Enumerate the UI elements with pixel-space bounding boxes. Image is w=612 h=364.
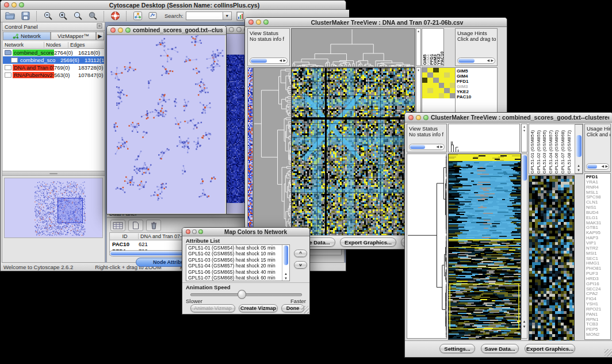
tv1-status-hscrollbar[interactable]: ◀▶ bbox=[250, 58, 288, 64]
dialog-titlebar[interactable]: Map Colors to Network bbox=[182, 228, 309, 236]
tv2-heatmap-canvas[interactable] bbox=[448, 154, 521, 340]
tab-overflow-arrow[interactable]: ▶ bbox=[96, 32, 104, 40]
zoom-selected-button[interactable] bbox=[86, 10, 99, 22]
speed-slider-thumb[interactable] bbox=[238, 290, 246, 299]
tv2-gene-dendrogram-area[interactable] bbox=[407, 154, 447, 339]
gene-label[interactable]: GIM4 bbox=[456, 74, 497, 79]
close-button[interactable] bbox=[4, 2, 9, 7]
close-button[interactable] bbox=[186, 229, 190, 234]
minimize-button[interactable] bbox=[12, 2, 17, 7]
search-input[interactable]: ▼ bbox=[186, 12, 232, 20]
gene-label[interactable]: GIM5 bbox=[456, 68, 497, 74]
export-graphics-button[interactable]: Export Graphics... bbox=[340, 237, 396, 247]
tv1-gene-dendrogram[interactable] bbox=[253, 67, 292, 236]
col-edges[interactable]: Edges bbox=[68, 42, 104, 48]
tv2-usage-hscrollbar[interactable]: ◀▶ bbox=[586, 163, 609, 170]
export-graphics-button[interactable]: Export Graphics... bbox=[525, 344, 575, 353]
zoom-fit-button[interactable] bbox=[71, 10, 84, 22]
maximize-button[interactable] bbox=[125, 28, 131, 33]
tv2-column-scrollbar[interactable]: ▲▼ bbox=[575, 124, 583, 174]
close-button[interactable] bbox=[229, 27, 234, 32]
tv2-column-dendrogram-area[interactable] bbox=[448, 124, 520, 152]
col-id[interactable]: ID bbox=[110, 233, 139, 239]
network-tree-row[interactable]: combined_scores 2764(0) 16218(0) bbox=[3, 49, 104, 56]
close-button[interactable] bbox=[248, 20, 254, 25]
create-vizmap-button[interactable]: Create Vizmap bbox=[239, 304, 278, 312]
tab-vizmapper[interactable]: VizMapper™ bbox=[51, 32, 96, 40]
new-attribute-icon[interactable] bbox=[128, 220, 143, 231]
maximize-button[interactable] bbox=[19, 2, 24, 7]
column-label[interactable]: GPL51-08 (GSM872) bbox=[567, 125, 573, 174]
move-up-button[interactable]: ^ bbox=[294, 250, 307, 257]
panel-splitter[interactable] bbox=[2, 171, 105, 176]
tab-network[interactable]: Network bbox=[3, 32, 51, 40]
animate-vizmap-button[interactable]: Animate Vizmap bbox=[190, 304, 235, 312]
network-tree-row[interactable]: DNA and Tran 07 769(0) 183728(0) bbox=[3, 64, 104, 71]
tv1-column-strip[interactable]: ▴ bbox=[416, 28, 421, 66]
attribute-item[interactable]: GPL51-03 (GSM856) heat shock 15 min bbox=[186, 257, 289, 263]
attribute-item[interactable]: GPL51-04 (GSM857) heat shock 20 min bbox=[186, 263, 289, 269]
network-layout-button[interactable] bbox=[131, 10, 144, 22]
attribute-item[interactable]: GPL51-01 (GSM854) heat shock 05 min bbox=[186, 245, 289, 251]
maximize-button[interactable] bbox=[263, 20, 269, 25]
gene-label[interactable]: YKE2 bbox=[456, 89, 497, 94]
zoom-in-button[interactable] bbox=[56, 10, 69, 22]
attribute-item[interactable]: GPL51-07 (GSM868) heat shock 60 min bbox=[186, 275, 289, 281]
save-session-button[interactable] bbox=[19, 10, 32, 22]
save-data-button[interactable]: Save Data... bbox=[481, 344, 519, 353]
move-down-button[interactable]: v bbox=[294, 261, 307, 269]
tv1-zoom-matrix-canvas[interactable] bbox=[422, 68, 456, 98]
done-button[interactable]: Done bbox=[281, 304, 304, 312]
tv2-zoom-heatmap-canvas[interactable] bbox=[529, 175, 575, 341]
network-overview-canvas[interactable] bbox=[4, 178, 103, 238]
maximize-button[interactable] bbox=[198, 229, 203, 234]
tv2-top-strip[interactable]: ▴▾ bbox=[521, 124, 527, 152]
float-panel-icon[interactable] bbox=[97, 23, 102, 30]
search-dropdown-arrow[interactable]: ▼ bbox=[223, 12, 231, 20]
resize-grip[interactable] bbox=[605, 349, 612, 357]
maximize-button[interactable] bbox=[423, 115, 429, 120]
main-titlebar[interactable]: Cytoscape Desktop (Session Name: collins… bbox=[1, 1, 346, 10]
col-nodes[interactable]: Nodes bbox=[44, 42, 68, 48]
attribute-item[interactable]: GPL51-06 (GSM865) heat shock 40 min bbox=[186, 269, 289, 275]
gene-label[interactable]: PFD1 bbox=[456, 79, 497, 84]
network-tree-row[interactable]: RNAPuberNov2+ 563(0) 107847(0) bbox=[3, 71, 104, 79]
attribute-listbox[interactable]: GPL51-01 (GSM854) heat shock 05 minGPL51… bbox=[186, 244, 290, 281]
column-label[interactable]: GPL51-07 (GSM868) bbox=[561, 125, 567, 174]
tv2-heatmap-vscrollbar[interactable]: ▲▼ bbox=[521, 154, 527, 339]
delete-attribute-icon[interactable] bbox=[146, 220, 161, 231]
annotation-button[interactable] bbox=[146, 10, 159, 22]
minimize-button[interactable] bbox=[236, 27, 242, 32]
network-view-titlebar[interactable]: combined_scores_good.txt--cluste... bbox=[107, 26, 226, 35]
close-button[interactable] bbox=[408, 115, 414, 120]
tv2-status-hscrollbar[interactable]: ◀▶ bbox=[409, 144, 445, 150]
tv1-usage-hscrollbar[interactable]: ◀▶ bbox=[457, 58, 495, 64]
gene-label[interactable]: MON2 bbox=[585, 332, 610, 338]
tv1-mini-strip[interactable] bbox=[247, 67, 253, 236]
minimize-button[interactable] bbox=[192, 229, 197, 234]
column-label[interactable]: PAC10 bbox=[440, 29, 443, 65]
network-canvas[interactable] bbox=[107, 35, 225, 213]
minimize-button[interactable] bbox=[118, 28, 123, 33]
network-tree-row[interactable]: combined_sco 2569(6) 13112(15) bbox=[3, 56, 104, 64]
gene-label[interactable]: GIM3 bbox=[456, 84, 497, 89]
resize-grip[interactable] bbox=[301, 306, 309, 313]
close-button[interactable] bbox=[110, 28, 116, 33]
speed-slider-track[interactable] bbox=[190, 293, 302, 296]
help-button[interactable] bbox=[109, 10, 121, 22]
open-session-button[interactable] bbox=[4, 10, 17, 22]
treeview2-titlebar[interactable]: ClusterMaker TreeView : combined_scores_… bbox=[405, 113, 612, 122]
zoom-out-button[interactable] bbox=[41, 10, 54, 22]
col-network[interactable]: Network bbox=[3, 42, 44, 48]
minimize-button[interactable] bbox=[416, 115, 421, 120]
tv1-heatmap-canvas[interactable] bbox=[291, 67, 415, 236]
minimize-button[interactable] bbox=[256, 20, 261, 25]
treeview1-titlebar[interactable]: ClusterMaker TreeView : DNA and Tran 07-… bbox=[245, 18, 507, 27]
attribute-item[interactable]: GPL51-02 (GSM855) heat shock 10 min bbox=[186, 251, 289, 256]
attribute-table-icon[interactable] bbox=[110, 220, 125, 231]
attribute-list-scrollbar[interactable]: ▲▼ bbox=[282, 245, 289, 281]
gene-label[interactable]: PAC10 bbox=[456, 94, 497, 99]
column-label[interactable]: GPL51-01 (GSM854) bbox=[530, 125, 537, 174]
tv1-column-dendrogram[interactable] bbox=[291, 28, 415, 67]
settings-button[interactable]: Settings... bbox=[439, 344, 475, 353]
